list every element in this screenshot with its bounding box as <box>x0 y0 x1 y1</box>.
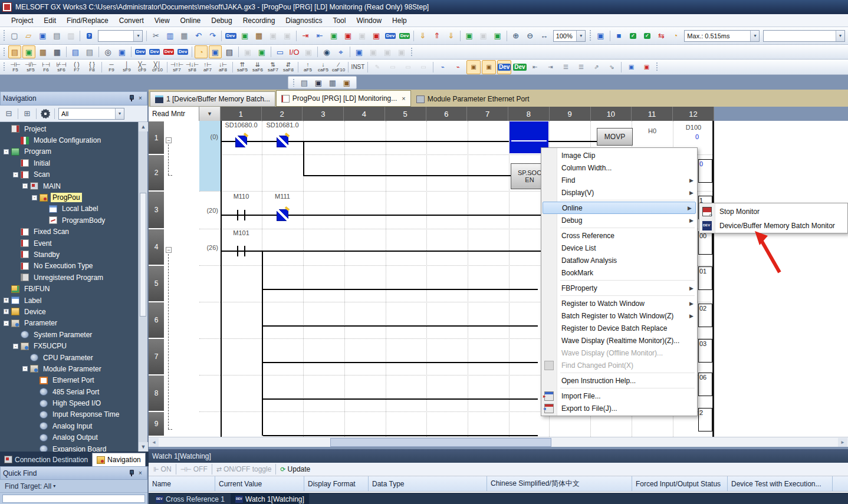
menu-item-register-to-watch-window[interactable]: Register to Watch Window▶ <box>541 297 697 309</box>
menu-item-stop-monitor[interactable]: Stop Monitor <box>699 205 847 219</box>
menu-item-register-to-device-batch-replace[interactable]: Register to Device Batch Replace <box>541 322 697 334</box>
watch-tab-watch-1-watching-[interactable]: DEVWatch 1[Watching] <box>231 493 309 504</box>
watch-off-button[interactable]: ⊣⊢OFF <box>180 465 208 473</box>
device-memory-icon[interactable]: Dev <box>148 45 161 58</box>
menu-item-bookmark[interactable]: BookMark <box>541 266 697 279</box>
tree-scrollbar[interactable]: ▲ ▼ <box>138 122 147 452</box>
module-configuration-icon[interactable]: ▦ <box>51 45 64 58</box>
dropdown-arrow-icon[interactable]: ▾ <box>750 31 759 41</box>
document-tab-progpou[interactable]: ProgPou [PRG] [LD] Monitoring...× <box>276 90 411 107</box>
tree-item-initial[interactable]: Initial <box>0 157 138 169</box>
register-favorite-2-icon[interactable]: ▣ <box>639 60 653 74</box>
menu-edit[interactable]: Edit <box>38 15 61 26</box>
link-gray-2-icon[interactable]: ▣ <box>381 45 394 58</box>
rising-pulse-branch-icon[interactable]: ↑⊢aF7 <box>201 60 215 74</box>
collapse-icon[interactable]: - <box>13 172 18 177</box>
coil-icon[interactable]: ( )F7 <box>70 60 84 74</box>
scroll-right-icon[interactable]: ► <box>838 438 847 447</box>
scroll-down-icon[interactable]: ▼ <box>139 442 148 452</box>
link-gray-1-icon[interactable]: ▣ <box>367 45 380 58</box>
tree-expand-icon[interactable]: ⊞ <box>21 107 34 120</box>
search-combo[interactable]: ▾ <box>98 30 143 42</box>
menu-item-fbproperty[interactable]: FBProperty▶ <box>541 282 697 294</box>
statement-display-icon[interactable]: ▤ <box>298 76 311 89</box>
menu-item-online[interactable]: Online▶ <box>543 202 696 214</box>
register-favorite-1-icon[interactable]: ▣ <box>624 60 638 74</box>
device-batch-replace-icon[interactable]: Dev <box>162 45 175 58</box>
menu-item-batch-register-to-watch-window-z[interactable]: Batch Register to Watch Window(Z)▶ <box>541 309 697 322</box>
element-selection-icon[interactable]: ▣ <box>22 45 35 58</box>
collapse-icon[interactable]: − <box>166 137 172 143</box>
tree-collapse-icon[interactable]: ⊟ <box>2 107 15 120</box>
menu-item-find[interactable]: Find▶ <box>541 174 697 186</box>
invert-result-icon[interactable]: ↑aF5 <box>301 60 315 74</box>
note-display-icon[interactable]: ▣ <box>312 76 325 89</box>
insert-row-right-icon[interactable]: ⇥ <box>543 60 557 74</box>
menu-item-import-file[interactable]: Import File... <box>541 390 697 402</box>
rising-pulse-contact-icon[interactable]: ⊣↑⊢sF7 <box>170 60 184 74</box>
menu-debug[interactable]: Debug <box>206 15 237 26</box>
stop-monitor-toolbar-icon[interactable]: ▣ <box>370 29 383 42</box>
panel-tab-navigation[interactable]: Navigation <box>92 453 146 466</box>
watch-window-tb-icon[interactable]: ▣ <box>209 45 222 58</box>
find-coil-icon[interactable]: ▣ <box>482 60 496 74</box>
close-icon[interactable]: × <box>136 469 144 477</box>
export-file-tb-icon[interactable]: ⇑ <box>430 29 443 42</box>
collapse-icon[interactable]: - <box>13 344 18 349</box>
find-binoculars-icon[interactable]: ◎ <box>101 45 114 58</box>
open-project-icon[interactable]: ▱ <box>22 29 35 42</box>
label-list-icon[interactable]: ▤ <box>83 45 96 58</box>
watch-column-3[interactable]: Display Format <box>304 476 369 491</box>
tree-item-standby[interactable]: Standby <box>0 249 138 260</box>
menu-item-column-width[interactable]: Column Width... <box>541 162 697 174</box>
close-tab-icon[interactable]: × <box>402 95 405 102</box>
tree-filter-combo[interactable]: All▾ <box>58 108 124 120</box>
menu-view[interactable]: View <box>149 15 175 26</box>
fb-gray-icon[interactable]: ▣ <box>241 45 254 58</box>
redo-icon[interactable]: ↷ <box>206 29 219 42</box>
tree-item-analog-output[interactable]: Analog Output <box>0 432 138 443</box>
device-batch-blue-icon[interactable]: Dev <box>384 29 397 42</box>
write-to-plc-icon[interactable]: ⇥ <box>299 29 312 42</box>
rising-pulse-close-contact-icon[interactable]: ⇈saF5 <box>235 60 249 74</box>
close-icon[interactable]: × <box>136 94 144 103</box>
scroll-thumb[interactable] <box>330 438 551 447</box>
tree-item-system-parameter[interactable]: System Parameter <box>0 329 138 340</box>
import-file-tb-icon[interactable]: ⇓ <box>416 29 429 42</box>
align-left-icon[interactable]: ☰ <box>558 60 573 74</box>
tree-item-program[interactable]: -Program <box>0 146 138 157</box>
undo-icon[interactable]: ↶ <box>192 29 205 42</box>
outline-view-icon[interactable]: ▤ <box>223 45 236 58</box>
tree-item-programbody[interactable]: ProgramBody <box>0 215 138 226</box>
expand-icon[interactable]: + <box>4 298 9 303</box>
instruction-box-icon[interactable]: INST <box>351 60 365 74</box>
scroll-up-icon[interactable]: ▲ <box>139 122 148 131</box>
collapse-icon[interactable]: - <box>4 321 9 326</box>
watch-column-6[interactable]: Forced Input/Output Status <box>632 476 728 491</box>
menu-item-display-v[interactable]: Display(V)▶ <box>541 186 697 199</box>
tree-item-progpou[interactable]: -ProgPou <box>0 192 138 203</box>
watch-column-2[interactable]: Current Value <box>215 476 304 491</box>
find-target-selector[interactable]: Find Target: All▾ <box>0 480 147 493</box>
device-eye-icon[interactable]: ◉ <box>320 45 333 58</box>
tree-item-input-response-time[interactable]: Input Response Time <box>0 409 138 420</box>
tree-item-fb-fun[interactable]: FB/FUN <box>0 283 138 294</box>
check-program-2-icon[interactable]: ✓ <box>640 29 653 42</box>
menu-help[interactable]: Help <box>387 15 412 26</box>
tree-item-fx5ucpu[interactable]: -FX5UCPU <box>0 340 138 351</box>
menu-online[interactable]: Online <box>175 15 206 26</box>
gear-icon[interactable] <box>39 107 52 120</box>
menu-item-debug[interactable]: Debug▶ <box>541 214 697 226</box>
menu-item-dataflow-analysis[interactable]: Dataflow Analysis <box>541 254 697 266</box>
menu-item-find-changed-point-x[interactable]: Find Changed Point(X) <box>541 359 697 371</box>
pause-monitor-icon[interactable]: ■ <box>612 29 625 42</box>
wire-horizontal-icon[interactable]: ⌁ <box>436 60 450 74</box>
find-contact-icon[interactable]: ▣ <box>466 60 481 74</box>
paste-icon[interactable]: ▦ <box>178 29 190 42</box>
invert-operation-icon[interactable]: ∕caF10 <box>331 60 346 74</box>
device-jump-icon[interactable]: Dev <box>512 60 527 74</box>
zoom-level-combo[interactable]: 100%▾ <box>553 30 586 42</box>
find-window-icon[interactable]: ▣ <box>116 45 129 58</box>
menu-item-open-instruction-help[interactable]: Open Instruction Help... <box>541 374 697 387</box>
monitor-gray-1-icon[interactable]: ▣ <box>267 29 280 42</box>
